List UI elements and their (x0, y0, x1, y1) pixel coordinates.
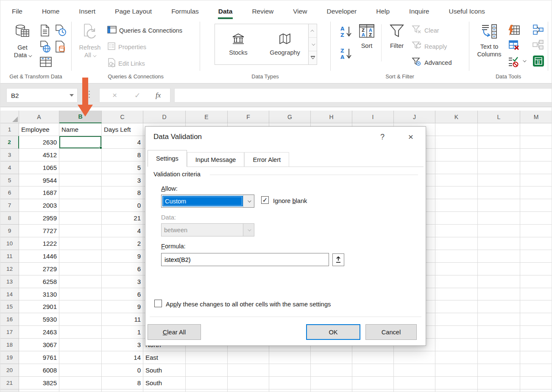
cell-B6[interactable] (59, 186, 102, 199)
cell-L19[interactable] (478, 351, 520, 364)
cell-E19[interactable] (186, 351, 228, 364)
ribbon-tab-useful-icons[interactable]: Useful Icons (449, 8, 485, 15)
cell-A8[interactable]: 2959 (19, 212, 59, 225)
confirm-entry-icon[interactable]: ✓ (134, 91, 140, 100)
cell-B2[interactable] (59, 136, 102, 149)
cell-A21[interactable]: 3825 (19, 377, 59, 389)
cell-M21[interactable] (520, 377, 552, 389)
reapply-filter-button[interactable]: Reapply (412, 41, 447, 52)
cell-M11[interactable] (520, 250, 552, 263)
cell-E21[interactable] (186, 377, 228, 389)
cell-J19[interactable] (394, 351, 435, 364)
cell-M15[interactable] (520, 300, 552, 313)
relationships-icon[interactable] (532, 39, 544, 52)
cell-K22[interactable] (435, 389, 478, 392)
cell-F21[interactable] (228, 377, 269, 389)
row-header-20[interactable]: 20 (0, 364, 19, 377)
cell-B9[interactable] (59, 225, 102, 237)
cell-L15[interactable] (478, 300, 520, 313)
cell-C20[interactable]: 0 (102, 364, 143, 377)
cell-K5[interactable] (435, 174, 478, 187)
cell-A3[interactable]: 4512 (19, 149, 59, 161)
queries-connections-button[interactable]: Queries & Connections (107, 26, 182, 35)
existing-connections-icon[interactable] (55, 40, 67, 55)
cell-G19[interactable] (269, 351, 311, 364)
text-to-columns-button[interactable]: Text to Columns (474, 23, 504, 58)
column-header-d[interactable]: D (143, 111, 186, 123)
row-header-17[interactable]: 17 (0, 326, 19, 339)
cell-C12[interactable]: 6 (102, 263, 143, 275)
cell-A16[interactable]: 5930 (19, 313, 59, 326)
cell-H19[interactable] (311, 351, 352, 364)
cell-A22[interactable] (19, 389, 59, 392)
row-header-19[interactable]: 19 (0, 351, 19, 364)
cell-A20[interactable]: 6008 (19, 364, 59, 377)
cell-K16[interactable] (435, 313, 478, 326)
cell-I22[interactable] (352, 389, 394, 392)
cell-C8[interactable]: 21 (102, 212, 143, 225)
cell-A4[interactable]: 1065 (19, 161, 59, 174)
cell-D20[interactable]: South (143, 364, 186, 377)
row-header-7[interactable]: 7 (0, 199, 19, 212)
row-header-13[interactable]: 13 (0, 275, 19, 288)
cell-L14[interactable] (478, 288, 520, 301)
cell-B22[interactable] (59, 389, 102, 392)
row-header-6[interactable]: 6 (0, 186, 19, 199)
geography-button[interactable]: Geography (262, 24, 308, 64)
cell-A14[interactable]: 3130 (19, 288, 59, 301)
cell-K10[interactable] (435, 237, 478, 250)
cell-M9[interactable] (520, 225, 552, 237)
cell-K3[interactable] (435, 149, 478, 161)
recent-sources-icon[interactable] (55, 24, 67, 39)
cell-K15[interactable] (435, 300, 478, 313)
column-header-b[interactable]: B (59, 111, 102, 123)
row-header-9[interactable]: 9 (0, 225, 19, 237)
cell-E22[interactable] (186, 389, 228, 392)
cell-M13[interactable] (520, 275, 552, 288)
cell-L10[interactable] (478, 237, 520, 250)
allow-combobox[interactable]: Custom (161, 195, 254, 208)
cell-C5[interactable]: 3 (102, 174, 143, 187)
advanced-filter-button[interactable]: Advanced (412, 57, 452, 68)
cell-M8[interactable] (520, 212, 552, 225)
row-header-16[interactable]: 16 (0, 313, 19, 326)
cell-G22[interactable] (269, 389, 311, 392)
cell-C11[interactable]: 9 (102, 250, 143, 263)
cell-K21[interactable] (435, 377, 478, 389)
cell-M1[interactable] (520, 123, 552, 136)
formula-bar-drag-handle[interactable] (89, 91, 90, 98)
cell-L2[interactable] (478, 136, 520, 149)
cell-B3[interactable] (59, 149, 102, 161)
gallery-down-button[interactable] (309, 38, 317, 51)
name-box-dropdown-icon[interactable] (70, 94, 74, 97)
cell-M16[interactable] (520, 313, 552, 326)
cell-B11[interactable] (59, 250, 102, 263)
row-header-15[interactable]: 15 (0, 300, 19, 313)
cell-B20[interactable] (59, 364, 102, 377)
gallery-more-button[interactable] (309, 51, 317, 64)
cell-C3[interactable]: 8 (102, 149, 143, 161)
row-header-5[interactable]: 5 (0, 174, 19, 187)
cell-B10[interactable] (59, 237, 102, 250)
cell-A15[interactable]: 2901 (19, 300, 59, 313)
sort-descending-button[interactable]: ZA (340, 47, 353, 62)
cell-A5[interactable]: 9544 (19, 174, 59, 187)
cell-C2[interactable]: 4 (102, 136, 143, 149)
cell-B8[interactable] (59, 212, 102, 225)
cell-C9[interactable]: 4 (102, 225, 143, 237)
insert-function-icon[interactable]: fx (156, 91, 161, 100)
clear-all-button[interactable]: Clear All (148, 324, 201, 340)
gallery-up-button[interactable] (309, 24, 317, 38)
column-header-f[interactable]: F (228, 111, 269, 123)
cell-K7[interactable] (435, 199, 478, 212)
cell-C14[interactable]: 6 (102, 288, 143, 301)
cell-M2[interactable] (520, 136, 552, 149)
ok-button[interactable]: OK (306, 324, 360, 340)
cell-K13[interactable] (435, 275, 478, 288)
cell-C10[interactable]: 2 (102, 237, 143, 250)
cell-M18[interactable] (520, 339, 552, 351)
cell-A10[interactable]: 1222 (19, 237, 59, 250)
row-header-14[interactable]: 14 (0, 288, 19, 301)
column-header-g[interactable]: G (269, 111, 311, 123)
cell-M12[interactable] (520, 263, 552, 275)
